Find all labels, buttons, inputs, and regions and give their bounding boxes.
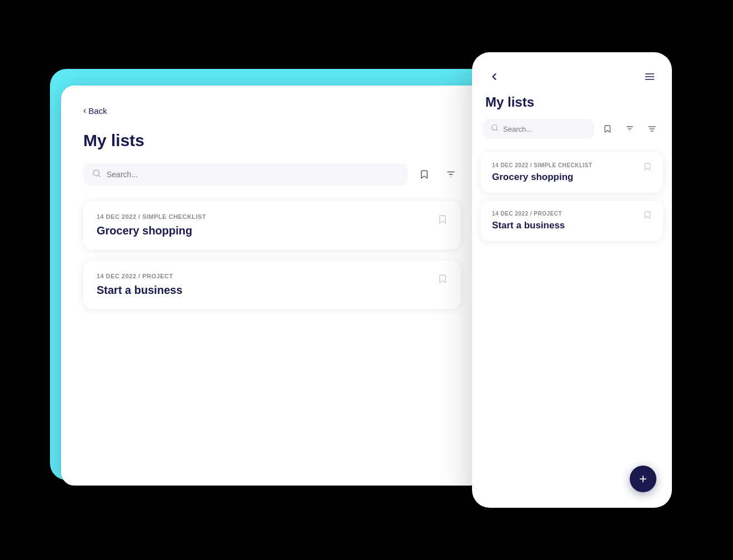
- card-title-0: Grocery shopping: [97, 224, 206, 237]
- mobile-search-input[interactable]: [503, 125, 586, 133]
- card-meta-0: 14 DEC 2022 / SIMPLE CHECKLIST: [97, 213, 206, 220]
- mobile-header: [472, 52, 672, 92]
- scene: ‹ Back My lists 14 DE: [61, 52, 672, 508]
- back-chevron-icon: ‹: [83, 106, 86, 116]
- mobile-bookmark-icon-0[interactable]: [643, 162, 652, 173]
- mobile-sort-button[interactable]: [643, 120, 661, 138]
- mobile-card-grocery[interactable]: 14 DEC 2022 / SIMPLE CHECKLIST Grocery s…: [481, 152, 663, 193]
- mobile-card-title-1: Start a business: [492, 220, 565, 231]
- bookmark-icon-0[interactable]: [438, 214, 448, 227]
- bookmark-icon-1[interactable]: [438, 274, 448, 287]
- mobile-card-title-0: Grocery shopping: [492, 172, 593, 183]
- back-label: Back: [88, 106, 107, 116]
- mobile-menu-button[interactable]: [641, 68, 659, 86]
- list-card-grocery[interactable]: 14 DEC 2022 / SIMPLE CHECKLIST Grocery s…: [83, 201, 461, 249]
- search-bar-row: [83, 163, 461, 186]
- card-title-1: Start a business: [97, 284, 183, 297]
- mobile-window: My lists 14 DEC 202: [472, 52, 672, 508]
- add-icon: +: [639, 471, 647, 487]
- card-meta-1: 14 DEC 2022 / PROJECT: [97, 273, 183, 279]
- mobile-page-title: My lists: [472, 92, 672, 119]
- mobile-back-button[interactable]: [485, 68, 503, 86]
- filter-button[interactable]: [441, 164, 461, 184]
- mobile-card-business[interactable]: 14 DEC 2022 / PROJECT Start a business: [481, 201, 663, 241]
- mobile-card-meta-1: 14 DEC 2022 / PROJECT: [492, 211, 565, 217]
- search-input[interactable]: [107, 170, 399, 179]
- mobile-search-container[interactable]: [483, 119, 594, 139]
- svg-line-1: [98, 175, 100, 177]
- bookmark-filter-button[interactable]: [414, 164, 434, 184]
- mobile-filter-button[interactable]: [621, 120, 639, 138]
- add-list-fab[interactable]: +: [630, 466, 656, 492]
- svg-line-9: [496, 129, 498, 131]
- desktop-window: ‹ Back My lists 14 DE: [61, 86, 483, 486]
- mobile-search-row: [472, 119, 672, 148]
- mobile-bookmark-filter-button[interactable]: [599, 120, 616, 138]
- search-container[interactable]: [83, 163, 408, 186]
- mobile-cards-list: 14 DEC 2022 / SIMPLE CHECKLIST Grocery s…: [472, 148, 672, 508]
- search-icon: [92, 169, 101, 180]
- mobile-search-icon: [491, 124, 499, 134]
- page-title: My lists: [83, 131, 461, 150]
- mobile-card-meta-0: 14 DEC 2022 / SIMPLE CHECKLIST: [492, 162, 593, 168]
- cards-list: 14 DEC 2022 / SIMPLE CHECKLIST Grocery s…: [83, 201, 461, 309]
- list-card-business[interactable]: 14 DEC 2022 / PROJECT Start a business: [83, 261, 461, 309]
- mobile-bookmark-icon-1[interactable]: [643, 211, 652, 222]
- back-nav[interactable]: ‹ Back: [83, 106, 461, 116]
